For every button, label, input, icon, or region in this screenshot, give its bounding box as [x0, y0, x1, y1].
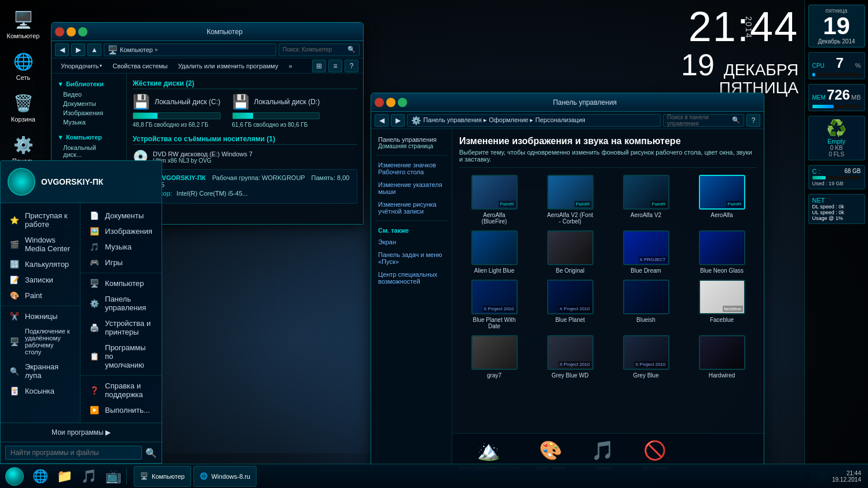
defaults-label: Программы по умолчанию [105, 343, 152, 369]
desktop-icon-recycle[interactable]: 🗑️ Корзина [3, 89, 43, 125]
start-menu-header: OVGORSKIY-ПК [1, 161, 162, 203]
theme-blueplanetdate[interactable]: X Project 2010 Blue Planet With Date [459, 280, 529, 329]
cp-home-link[interactable]: Панель управления Домашняя страница [373, 134, 449, 152]
theme-bluedream[interactable]: X PROJECT Blue Dream [611, 230, 681, 274]
explorer-max-button[interactable] [78, 27, 87, 36]
cp-address-bar[interactable]: ⚙️ Панель управления ▸ Оформление ▸ Перс… [407, 114, 661, 127]
theme-alienblue[interactable]: Alien Light Blue [459, 230, 529, 274]
start-item-solitaire[interactable]: 🃏 Косынка [1, 383, 80, 399]
dvd-info: DVD RW дисковод (E:) Windows 7 Ultim x86… [153, 151, 252, 164]
disk-c-bar-bg [812, 176, 861, 179]
start-right-cp[interactable]: ⚙️ Панель управления [80, 291, 162, 315]
cp-min-button[interactable] [386, 98, 395, 107]
sidebar-video[interactable]: Видео [54, 90, 124, 99]
start-item-magnifier[interactable]: 🔍 Экранная лупа [1, 359, 80, 383]
libraries-section[interactable]: ▼ Библиотеки [54, 78, 124, 90]
system-properties-menu[interactable]: Свойства системы [108, 61, 172, 71]
cp-max-button[interactable] [398, 98, 407, 107]
theme-greyblue[interactable]: X Project 2010 Grey Blue [611, 335, 681, 379]
computer-section[interactable]: ▼ Компьютер [54, 131, 124, 143]
theme-beoriginal[interactable]: Be Original [535, 230, 605, 274]
theme-aerobluefire[interactable]: PaintR AeroAlfa (BlueFire) [459, 175, 529, 225]
start-right-devices[interactable]: 🖨️ Устройства и принтеры [80, 315, 162, 340]
username-label: OVGORSKIY-ПК [41, 177, 103, 186]
sidebar-images[interactable]: Изображения [54, 108, 124, 118]
cp-main-title: Изменение изображения и звука на компьют… [459, 136, 757, 146]
disk-d-drive-icon: 💾 [232, 94, 250, 110]
start-right-games[interactable]: 🎮 Игры [80, 255, 162, 270]
sidebar-music[interactable]: Музыка [54, 118, 124, 127]
disk-c-item[interactable]: 💾 Локальный диск (C:) 48,8 ГБ свободно и… [133, 94, 221, 128]
theme-blueneon[interactable]: Blue Neon Glass [687, 230, 757, 274]
start-item-calculator[interactable]: 🔢 Калькулятор [1, 256, 80, 272]
disk-d-item[interactable]: 💾 Локальный диск (D:) 61,6 ГБ свободно и… [232, 94, 320, 128]
theme-faceblue[interactable]: faceblue Faceblue [687, 280, 757, 329]
start-item-stickynotes[interactable]: 📝 Записки [1, 272, 80, 288]
disk-c-header: 💾 Локальный диск (C:) [133, 94, 221, 110]
start-search-input[interactable] [5, 446, 142, 460]
start-right-run[interactable]: ▶️ Выполнить... [80, 402, 162, 418]
taskbar-icon-ie[interactable]: 🌐 [29, 465, 51, 487]
start-right-computer[interactable]: 🖥️ Компьютер [80, 276, 162, 291]
start-item-getting-started[interactable]: ⭐ Приступая к работе [1, 208, 80, 232]
cp-accessibility-link[interactable]: Центр специальных возможностей [373, 269, 449, 287]
theme-hardwired[interactable]: Hardwired [687, 335, 757, 379]
cp-forward-button[interactable]: ▶ [391, 114, 405, 127]
start-right-help[interactable]: ❓ Справка и поддержка [80, 378, 162, 402]
taskbar-icon-misc[interactable]: 📺 [102, 465, 124, 487]
cp-change-cursor-link[interactable]: Изменение указателя мыши [373, 179, 449, 197]
desktop-icon-network[interactable]: 🌐 Сеть [3, 47, 43, 83]
theme-gray7[interactable]: gray7 [459, 335, 529, 379]
start-item-scissors[interactable]: ✂️ Ножницы [1, 309, 80, 324]
start-item-paint[interactable]: 🎨 Paint [1, 288, 80, 303]
theme-blueish[interactable]: Blueish [611, 280, 681, 329]
sidebar-docs[interactable]: Документы [54, 99, 124, 108]
cp-help-button[interactable]: ? [746, 114, 760, 127]
start-right-images[interactable]: 🖼️ Изображения [80, 223, 162, 239]
start-item-remote[interactable]: 🖥️ Подключение к удалённому рабочему сто… [1, 324, 80, 359]
desktop-icon-computer[interactable]: 🖥️ Компьютер [3, 6, 43, 42]
up-button[interactable]: ▲ [87, 43, 101, 56]
address-bar[interactable]: 🖥️ Компьютер ▸ [104, 43, 276, 56]
cp-wallpaper-icon: 🏔️ [477, 439, 500, 461]
view-list-button[interactable]: ≡ [328, 60, 342, 72]
theme-greybluewd[interactable]: X Project 2010 Grey Blue WD [535, 335, 605, 379]
all-programs-button[interactable]: Мои программы ▶ [5, 427, 157, 438]
explorer-close-button[interactable] [55, 27, 64, 36]
theme-blueplanet[interactable]: X Project 2010 Blue Planet [535, 280, 605, 329]
cp-search[interactable]: Поиск в панели управления 🔍 [663, 114, 744, 127]
paint-icon: 🎨 [10, 291, 19, 300]
explorer-search[interactable]: Поиск: Компьютер 🔍 [279, 43, 360, 56]
start-right-docs[interactable]: 📄 Документы [80, 208, 162, 223]
cp-close-button[interactable] [375, 98, 384, 107]
cp-taskbar-link[interactable]: Панель задач и меню «Пуск» [373, 249, 449, 267]
taskbar-task-explorer[interactable]: 🖥️ Компьютер [134, 466, 191, 487]
view-toggle-button[interactable]: ⊞ [312, 60, 326, 72]
taskbar-icon-wmp[interactable]: 🎵 [78, 465, 100, 487]
dvd-item[interactable]: 💿 DVD RW дисковод (E:) Windows 7 Ultim x… [133, 149, 357, 164]
recycle-icon-label: Корзина [11, 116, 35, 123]
uninstall-menu[interactable]: Удалить или изменить программу [173, 61, 283, 71]
explorer-min-button[interactable] [67, 27, 76, 36]
taskbar-icon-explorer[interactable]: 📁 [53, 465, 75, 487]
taskbar-task-cp[interactable]: 🌐 Windows-8.ru [193, 466, 257, 487]
theme-aero[interactable]: PaintR AeroAlfa [687, 175, 757, 225]
help-button[interactable]: ? [345, 60, 358, 72]
cp-home-label: Панель управления [378, 136, 445, 143]
forward-button[interactable]: ▶ [71, 43, 85, 56]
cp-change-icons-link[interactable]: Изменение значков Рабочего стола [373, 159, 449, 178]
cp-screen-link[interactable]: Экран [373, 236, 449, 248]
start-item-wmc[interactable]: 🎬 Windows Media Center [1, 232, 80, 256]
start-right-music[interactable]: 🎵 Музыка [80, 239, 162, 255]
theme-aerov2[interactable]: PaintR AeroAlfa V2 [611, 175, 681, 225]
organize-menu[interactable]: Упорядочить ▾ [56, 61, 107, 71]
theme-hardwired-thumb [699, 335, 745, 370]
theme-aerov2font[interactable]: PaintR AeroAlfa V2 (Font - Corbel) [535, 175, 605, 225]
more-menu[interactable]: » [284, 61, 296, 71]
back-button[interactable]: ◀ [55, 43, 69, 56]
cp-back-button[interactable]: ◀ [375, 114, 389, 127]
cp-change-pic-link[interactable]: Изменение рисунка учётной записи [373, 199, 449, 217]
start-right-defaults[interactable]: 📋 Программы по умолчанию [80, 340, 162, 373]
sidebar-disk-c[interactable]: Локальный диск... [54, 143, 124, 159]
start-button[interactable] [2, 465, 27, 487]
